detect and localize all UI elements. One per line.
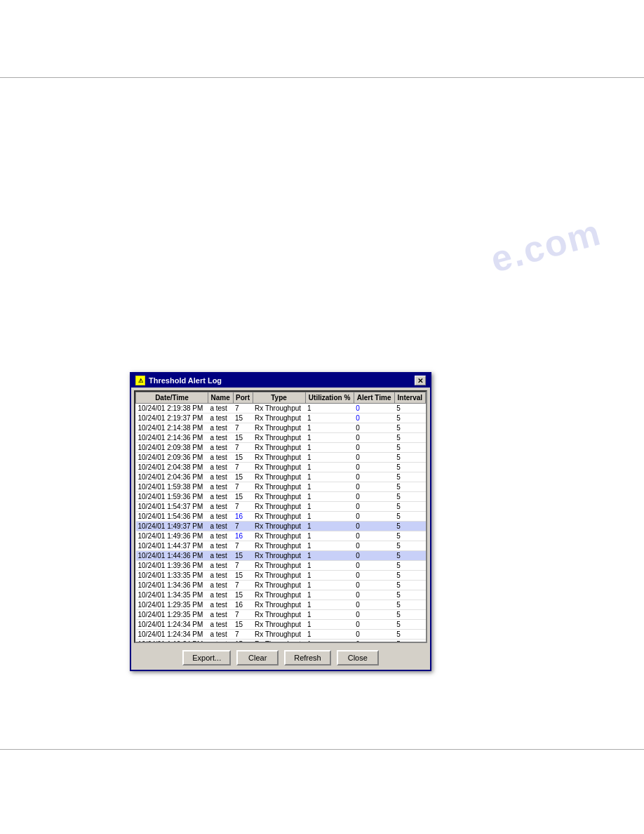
- cell-interval: 5: [394, 581, 425, 590]
- cell-port: 7: [233, 463, 253, 472]
- cell-datetime: 10/24/01 1:49:36 PM: [136, 531, 208, 541]
- cell-interval: 5: [394, 571, 425, 581]
- close-button[interactable]: Close: [337, 650, 379, 666]
- cell-datetime: 10/24/01 1:24:34 PM: [136, 620, 208, 630]
- cell-port: 7: [233, 443, 253, 453]
- table-row: 10/24/01 1:19:34 PM a test 15 Rx Through…: [136, 640, 426, 642]
- cell-name: a test: [208, 561, 233, 571]
- cell-type: Rx Throughput: [253, 413, 305, 423]
- cell-interval: 5: [394, 522, 425, 531]
- cell-name: a test: [208, 502, 233, 512]
- cell-name: a test: [208, 630, 233, 640]
- cell-alerttime: 0: [354, 522, 394, 531]
- cell-alerttime: 0: [354, 502, 394, 512]
- cell-interval: 5: [394, 590, 425, 600]
- table-row: 10/24/01 2:09:38 PM a test 7 Rx Throughp…: [136, 443, 426, 453]
- cell-datetime: 10/24/01 1:54:36 PM: [136, 512, 208, 522]
- table-row: 10/24/01 2:19:38 PM a test 7 Rx Throughp…: [136, 404, 426, 413]
- cell-name: a test: [208, 453, 233, 463]
- cell-alerttime: 0: [354, 443, 394, 453]
- cell-interval: 5: [394, 630, 425, 640]
- cell-util: 1: [305, 502, 354, 512]
- cell-port: 15: [233, 551, 253, 561]
- col-header-type: Type: [253, 392, 305, 404]
- cell-datetime: 10/24/01 1:49:37 PM: [136, 522, 208, 531]
- cell-type: Rx Throughput: [253, 600, 305, 610]
- cell-interval: 5: [394, 433, 425, 443]
- cell-interval: 5: [394, 541, 425, 551]
- cell-name: a test: [208, 590, 233, 600]
- cell-interval: 5: [394, 413, 425, 423]
- cell-name: a test: [208, 512, 233, 522]
- table-body: 10/24/01 2:19:38 PM a test 7 Rx Throughp…: [136, 404, 426, 642]
- cell-util: 1: [305, 453, 354, 463]
- cell-type: Rx Throughput: [253, 433, 305, 443]
- cell-type: Rx Throughput: [253, 640, 305, 642]
- cell-util: 1: [305, 610, 354, 620]
- table-header-row: Date/Time Name Port Type Utilization % A…: [136, 392, 426, 404]
- cell-datetime: 10/24/01 1:33:35 PM: [136, 571, 208, 581]
- cell-port: 7: [233, 423, 253, 433]
- cell-datetime: 10/24/01 2:14:38 PM: [136, 423, 208, 433]
- cell-port: 15: [233, 620, 253, 630]
- cell-type: Rx Throughput: [253, 443, 305, 453]
- table-scroll-area[interactable]: Date/Time Name Port Type Utilization % A…: [135, 392, 426, 642]
- cell-alerttime: 0: [354, 630, 394, 640]
- cell-util: 1: [305, 492, 354, 502]
- clear-button[interactable]: Clear: [236, 650, 279, 666]
- cell-datetime: 10/24/01 1:59:38 PM: [136, 482, 208, 492]
- cell-type: Rx Throughput: [253, 404, 305, 413]
- cell-interval: 5: [394, 561, 425, 571]
- cell-port: 15: [233, 590, 253, 600]
- cell-name: a test: [208, 640, 233, 642]
- export-button[interactable]: Export...: [182, 650, 231, 666]
- cell-name: a test: [208, 443, 233, 453]
- cell-datetime: 10/24/01 1:19:34 PM: [136, 640, 208, 642]
- cell-port: 7: [233, 522, 253, 531]
- cell-type: Rx Throughput: [253, 492, 305, 502]
- cell-datetime: 10/24/01 1:34:35 PM: [136, 590, 208, 600]
- cell-interval: 5: [394, 531, 425, 541]
- cell-port: 15: [233, 413, 253, 423]
- cell-type: Rx Throughput: [253, 620, 305, 630]
- cell-alerttime: 0: [354, 512, 394, 522]
- cell-util: 1: [305, 522, 354, 531]
- cell-name: a test: [208, 600, 233, 610]
- cell-name: a test: [208, 433, 233, 443]
- cell-datetime: 10/24/01 2:19:38 PM: [136, 404, 208, 413]
- col-header-alerttime: Alert Time: [354, 392, 394, 404]
- cell-datetime: 10/24/01 1:54:37 PM: [136, 502, 208, 512]
- table-row: 10/24/01 2:14:36 PM a test 15 Rx Through…: [136, 433, 426, 443]
- cell-interval: 5: [394, 492, 425, 502]
- cell-datetime: 10/24/01 1:29:35 PM: [136, 600, 208, 610]
- cell-alerttime: 0: [354, 531, 394, 541]
- cell-name: a test: [208, 620, 233, 630]
- cell-alerttime: 0: [354, 571, 394, 581]
- cell-alerttime: 0: [354, 620, 394, 630]
- cell-util: 1: [305, 531, 354, 541]
- cell-util: 1: [305, 482, 354, 492]
- watermark: e.com: [486, 211, 605, 280]
- col-header-port: Port: [233, 392, 253, 404]
- cell-port: 16: [233, 531, 253, 541]
- dialog-wrapper: ⚠ Threshold Alert Log ✕ Date/Time Name P…: [130, 372, 431, 671]
- cell-type: Rx Throughput: [253, 610, 305, 620]
- cell-type: Rx Throughput: [253, 531, 305, 541]
- close-x-button[interactable]: ✕: [415, 376, 426, 385]
- refresh-button[interactable]: Refresh: [284, 650, 331, 666]
- cell-alerttime: 0: [354, 581, 394, 590]
- cell-type: Rx Throughput: [253, 581, 305, 590]
- cell-name: a test: [208, 531, 233, 541]
- alert-log-table: Date/Time Name Port Type Utilization % A…: [135, 392, 426, 642]
- table-row: 10/24/01 1:54:36 PM a test 16 Rx Through…: [136, 512, 426, 522]
- cell-alerttime: 0: [354, 423, 394, 433]
- cell-type: Rx Throughput: [253, 502, 305, 512]
- dialog-titlebar: ⚠ Threshold Alert Log ✕: [131, 373, 430, 388]
- cell-type: Rx Throughput: [253, 541, 305, 551]
- cell-util: 1: [305, 512, 354, 522]
- cell-alerttime: 0: [354, 551, 394, 561]
- table-row: 10/24/01 1:29:35 PM a test 16 Rx Through…: [136, 600, 426, 610]
- cell-interval: 5: [394, 610, 425, 620]
- cell-type: Rx Throughput: [253, 571, 305, 581]
- top-rule: [0, 77, 644, 78]
